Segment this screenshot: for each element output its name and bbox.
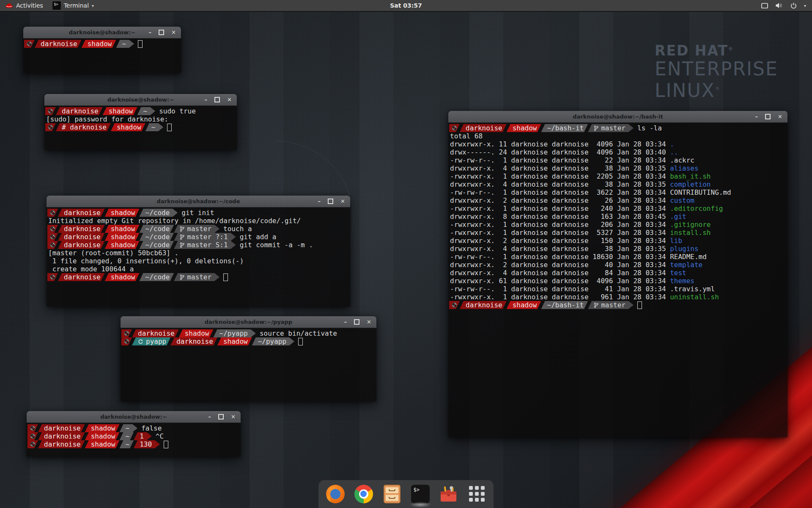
minimize-button[interactable]: –: [205, 97, 208, 102]
power-icon: [790, 2, 797, 9]
file-listing-row: -rwxrwxr-x. 1 darknoise darknoise 2205 J…: [449, 172, 711, 180]
terminal-line: -rwxrwxr-x. 1 darknoise darknoise 240 Ja…: [449, 204, 787, 213]
terminal-window-w1: darknoise@shadow:~–✕darknoiseshadow~: [23, 27, 181, 73]
terminal-content[interactable]: darknoiseshadow~falsedarknoiseshadow~1^C…: [27, 423, 241, 457]
git-branch-icon: [180, 242, 184, 248]
terminal-content[interactable]: darknoiseshadow~/codegit initInitialized…: [47, 207, 350, 306]
prompt-os-icon: [48, 124, 53, 130]
titlebar[interactable]: darknoise@shadow:~/pyapp–✕: [121, 316, 376, 328]
file-listing-row: -rwxrwxr-x. 1 darknoise darknoise 5327 J…: [449, 229, 711, 237]
system-status-area[interactable]: ▾: [755, 0, 812, 11]
prompt-segment-path: ~/pyapp: [252, 337, 294, 345]
titlebar[interactable]: darknoise@shadow:~–✕: [27, 411, 241, 423]
terminal-line: drwxrwxr-x. 2 darknoise darknoise 150 Ja…: [449, 237, 787, 245]
maximize-button[interactable]: [159, 30, 164, 35]
command-text: git init: [181, 209, 214, 217]
close-button[interactable]: ✕: [778, 114, 782, 119]
file-listing-row: drwxrwxr-x. 4 darknoise darknoise 38 Jan…: [449, 245, 699, 253]
close-button[interactable]: ✕: [367, 319, 371, 325]
firefox-dock-button[interactable]: [325, 484, 345, 504]
prompt-os-icon: [48, 108, 53, 114]
window-buttons: –✕: [318, 199, 350, 204]
maximize-button[interactable]: [218, 414, 224, 420]
window-title: darknoise@shadow:~/bash-it: [448, 113, 787, 120]
brand-linux: LINUX®: [655, 79, 778, 100]
prompt-segment-branch: master: [174, 225, 219, 233]
files-dock-button[interactable]: [382, 484, 402, 504]
rhel-branding: RED HAT® ENTERPRISE LINUX®: [655, 42, 778, 100]
terminal-content[interactable]: darknoiseshadow~/pyappsource bin/activat…: [121, 328, 376, 401]
minimize-button[interactable]: –: [318, 199, 321, 204]
terminal-line: drwxrwxr-x. 2 darknoise darknoise 40 Jan…: [449, 261, 787, 269]
terminal-line: -rw-rw-r--. 1 darknoise darknoise 22 Jan…: [449, 156, 787, 164]
terminal-content[interactable]: darknoiseshadow~/bash-itmasterls -latota…: [448, 123, 787, 437]
window-title: darknoise@shadow:~/code: [47, 198, 350, 204]
terminal-output-text: 1 file changed, 0 insertions(+), 0 delet…: [47, 257, 244, 265]
terminal-line: darknoiseshadow~130: [27, 440, 240, 448]
brand-enterprise: ENTERPRISE: [655, 59, 778, 79]
show-applications-icon: [469, 486, 485, 502]
terminal-line: drwxrwxr-x. 4 darknoise darknoise 84 Jan…: [449, 269, 787, 277]
clock[interactable]: Sat 03:57: [0, 2, 812, 9]
prompt-segment-host: shadow: [217, 337, 252, 345]
directory-name: aliases: [670, 164, 698, 172]
maximize-button[interactable]: [354, 319, 359, 325]
file-listing-row: drwxrwxr-x. 4 darknoise darknoise 38 Jan…: [449, 180, 711, 188]
minimize-button[interactable]: –: [149, 30, 152, 35]
terminal-output-text: Initialized empty Git repository in /hom…: [47, 217, 301, 225]
directory-name: ..: [670, 148, 678, 156]
minimize-button[interactable]: –: [344, 319, 347, 325]
prompt-segment-user: darknoise: [56, 107, 103, 115]
titlebar[interactable]: darknoise@shadow:~/bash-it–✕: [448, 111, 787, 123]
close-button[interactable]: ✕: [340, 199, 345, 204]
prompt-segment-path: ~/bash-it: [541, 301, 588, 309]
prompt-segment-path: ~/code: [140, 225, 174, 233]
terminal-line: drwx------. 24 darknoise darknoise 4096 …: [449, 148, 787, 156]
toolbox-icon: [439, 484, 458, 504]
firefox-tail: [326, 485, 345, 503]
terminal-line: # darknoiseshadow~: [45, 123, 236, 131]
file-listing-row: drwxrwxr-x. 4 darknoise darknoise 38 Jan…: [449, 164, 699, 172]
close-button[interactable]: ✕: [227, 97, 232, 102]
prompt-segment-app: [24, 40, 35, 48]
terminal-content[interactable]: darknoiseshadow~: [23, 39, 181, 73]
prompt-os-icon: [50, 274, 55, 280]
prompt-segment-app: [27, 440, 38, 448]
files-drawer: [386, 487, 398, 493]
chrome-icon: [354, 485, 373, 503]
maximize-button[interactable]: [328, 199, 333, 204]
prompt-os-icon: [452, 125, 457, 131]
app-menu-terminal[interactable]: $> Terminal ▾: [48, 0, 98, 11]
prompt-segment-host: shadow: [105, 273, 140, 281]
display-icon: [761, 2, 768, 9]
terminal-cursor: [637, 301, 642, 309]
python-venv-icon: [138, 339, 143, 344]
minimize-button[interactable]: –: [755, 114, 758, 119]
titlebar[interactable]: darknoise@shadow:~–✕: [44, 94, 237, 106]
file-name: bash_it.sh: [670, 172, 710, 180]
chrome-dock-button[interactable]: [354, 484, 373, 504]
prompt-segment-app: [47, 241, 58, 249]
titlebar[interactable]: darknoise@shadow:~–✕: [23, 27, 181, 39]
command-text: git commit -a -m .: [240, 241, 313, 249]
titlebar[interactable]: darknoise@shadow:~/code–✕: [47, 196, 350, 207]
activities-button[interactable]: Activities: [0, 0, 48, 11]
prompt-os-icon: [30, 425, 36, 431]
close-button[interactable]: ✕: [171, 30, 176, 35]
toolbox-dock-button[interactable]: [439, 484, 458, 504]
dash-dock: $>: [318, 480, 494, 508]
maximize-button[interactable]: [765, 114, 771, 119]
prompt-segment-host: shadow: [105, 241, 140, 249]
command-text: source bin/activate: [260, 329, 337, 337]
prompt-segment-host: shadow: [85, 424, 120, 432]
terminal-line: darknoiseshadow~/codegit init: [47, 209, 349, 217]
minimize-button[interactable]: –: [208, 414, 211, 420]
terminal-dock-button[interactable]: $>: [410, 484, 430, 504]
terminal-content[interactable]: darknoiseshadow~sudo true[sudo] password…: [44, 106, 237, 150]
show-applications-dock-button[interactable]: [467, 484, 487, 504]
close-button[interactable]: ✕: [231, 414, 236, 420]
git-branch-icon: [594, 302, 598, 308]
terminal-line: -rw-rw-r--. 1 darknoise darknoise 41 Jan…: [449, 285, 787, 293]
maximize-button[interactable]: [214, 97, 220, 102]
prompt-segment-user: darknoise: [58, 209, 105, 217]
